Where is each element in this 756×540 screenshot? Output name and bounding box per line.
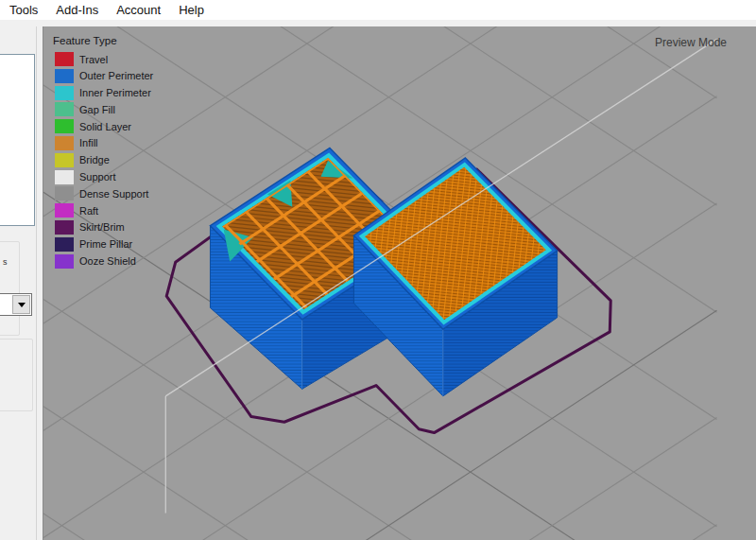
legend-color-swatch [55,86,74,100]
preview-mode-label: Preview Mode [655,36,727,49]
legend-title: Feature Type [53,35,153,46]
legend-item-label: Support [79,171,116,183]
application-window: Tools Add-Ins Account Help s Feature Typ… [0,0,756,540]
preview-3d-viewport[interactable]: Feature Type TravelOuter PerimeterInner … [43,26,756,540]
legend-item: Infill [55,136,153,150]
legend-color-swatch [55,203,74,218]
feature-type-legend: Feature Type TravelOuter PerimeterInner … [55,35,153,270]
dropdown-arrow-button[interactable] [12,295,30,314]
legend-color-swatch [55,119,74,133]
legend-item: Outer Perimeter [55,69,153,83]
legend-item: Dense Support [55,186,153,200]
legend-item: Skirt/Brim [55,220,153,235]
legend-item: Solid Layer [55,119,153,133]
legend-item-label: Solid Layer [79,121,131,132]
legend-item-label: Outer Perimeter [79,70,153,81]
legend-item: Travel [55,52,153,66]
process-list-box[interactable] [0,54,35,226]
menu-account[interactable]: Account [116,3,161,17]
menu-help[interactable]: Help [179,3,204,17]
legend-item-label: Bridge [79,154,110,165]
legend-item: Ooze Shield [55,254,153,269]
legend-color-swatch [55,220,74,235]
sidebar-groupbox-upper [0,241,20,336]
legend-item-label: Ooze Shield [79,255,136,267]
legend-item: Prime Pillar [55,237,153,252]
legend-item-label: Inner Perimeter [79,87,151,98]
legend-color-swatch [55,136,74,150]
menu-add-ins[interactable]: Add-Ins [56,3,98,17]
legend-item: Support [55,170,153,184]
menu-tools[interactable]: Tools [9,3,38,17]
legend-item: Bridge [55,153,153,167]
left-sidebar: s [0,26,43,540]
legend-color-swatch [55,153,74,167]
legend-item-label: Prime Pillar [79,238,132,250]
legend-item-label: Skirt/Brim [79,221,125,233]
legend-item: Inner Perimeter [55,86,153,100]
legend-color-swatch [55,170,74,184]
sidebar-dropdown[interactable] [0,293,32,316]
legend-color-swatch [55,254,74,269]
legend-item-label: Gap Fill [79,104,115,115]
toolbar-strip [0,20,756,26]
sidebar-splitter[interactable] [36,26,37,540]
sidebar-groupbox-lower [0,339,33,411]
legend-color-swatch [55,52,74,66]
truncated-sidebar-label: s [3,257,8,267]
legend-item: Raft [55,203,153,218]
legend-item-label: Infill [79,137,98,148]
legend-color-swatch [55,237,74,252]
menu-bar: Tools Add-Ins Account Help [0,0,756,20]
feature-legend-items: TravelOuter PerimeterInner PerimeterGap … [55,52,153,269]
legend-color-swatch [55,186,74,200]
legend-item-label: Travel [79,54,108,65]
legend-color-swatch [55,69,74,83]
legend-item-label: Dense Support [79,188,148,200]
legend-color-swatch [55,102,74,116]
dropdown-arrow-icon [18,303,26,307]
legend-item: Gap Fill [55,102,153,116]
legend-item-label: Raft [79,205,98,217]
